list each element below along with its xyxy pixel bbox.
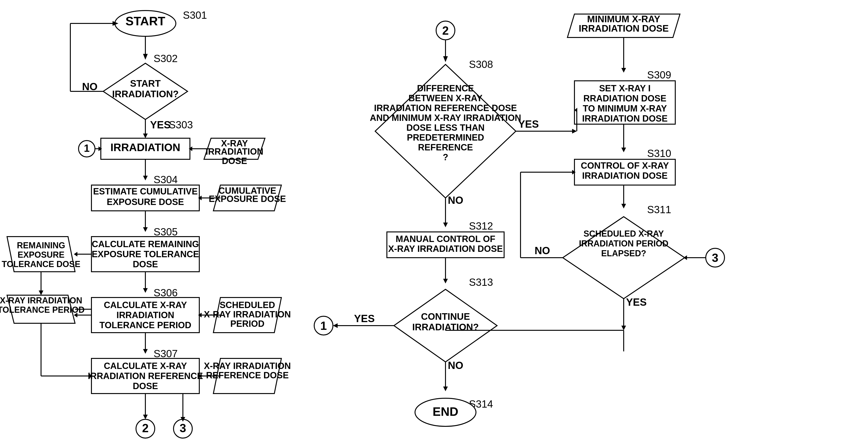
set-xray-label4: IRRADIATION DOSE (582, 113, 668, 124)
sched-elapsed-label1: SCHEDULED X-RAY (584, 229, 664, 238)
control-xray-label1: CONTROL OF X-RAY (581, 161, 669, 171)
diff-label8: ? (443, 152, 448, 162)
yes-s308-label: YES (518, 118, 539, 130)
xray-dose-label3: DOSE (222, 156, 247, 166)
s305-label: S305 (154, 226, 178, 238)
irradiation-label: IRRADIATION (111, 141, 180, 154)
circle3-right-label: 3 (712, 251, 718, 265)
no-s302-label: NO (82, 81, 97, 92)
circle3-bottom-label: 3 (180, 422, 186, 435)
s312-label: S312 (469, 220, 493, 232)
start-label: START (125, 14, 165, 28)
remaining-tol-label1: REMAINING (17, 241, 65, 250)
set-xray-label3: TO MINIMUM X-RAY (583, 104, 667, 113)
diff-label4: AND MINIMUM X-RAY IRRADIATION (370, 113, 521, 123)
s313-label: S313 (469, 276, 493, 288)
set-xray-label1: SET X-RAY I (599, 83, 651, 93)
cumul-dose-label2: EXPOSURE DOSE (209, 194, 286, 204)
circle2-top-label: 2 (442, 24, 449, 37)
circle1-middle-label: 1 (320, 319, 327, 332)
diff-label5: DOSE LESS THAN (406, 123, 485, 133)
sched-xray-period-label2: X-RAY IRRADIATION (204, 309, 291, 319)
circle2-bottom-label: 2 (142, 422, 149, 435)
diff-label3: IRRADIATION REFERENCE DOSE (374, 103, 517, 113)
diff-label1: DIFFERENCE (417, 83, 474, 93)
xray-ref-dose-label1: X-RAY IRRADIATION (204, 361, 291, 371)
min-xray-dose-label1: MINIMUM X-RAY (587, 14, 660, 24)
s307-label: S307 (154, 348, 178, 359)
remaining-tol-label2: EXPOSURE (18, 250, 64, 260)
no-s313-label: NO (448, 360, 463, 371)
calc-xray-ref-label1: CALCULATE X-RAY (104, 361, 187, 371)
xray-tol-period-label2: TOLERANCE PERIOD (0, 305, 85, 315)
yes-s302-label: YES (150, 119, 171, 131)
s302-label: S302 (154, 53, 178, 64)
yes-s311-label: YES (626, 296, 647, 308)
start-irradiation-label2: IRRADIATION? (112, 89, 179, 99)
remaining-tol-label3: TOLERANCE DOSE (2, 259, 80, 269)
xray-ref-dose-label2: REFERENCE DOSE (206, 370, 289, 380)
continue-irr-label1: CONTINUE (421, 311, 470, 322)
calc-xray-ref-label2: IRRADIATION REFERENCE (88, 371, 203, 381)
yes-s313-label: YES (354, 313, 375, 324)
calc-xray-tol-label3: TOLERANCE PERIOD (99, 320, 191, 330)
calc-remaining-label2: EXPOSURE TOLERANCE (92, 249, 199, 259)
control-xray-label2: IRRADIATION DOSE (582, 171, 668, 180)
calc-remaining-label1: CALCULATE REMAINING (92, 239, 199, 249)
manual-control-label1: MANUAL CONTROL OF (396, 234, 495, 244)
s306-label: S306 (154, 287, 178, 298)
calc-xray-ref-label3: DOSE (133, 381, 158, 391)
diff-label7: REFERENCE (418, 142, 473, 152)
calc-xray-tol-label2: IRRADIATION (117, 310, 174, 320)
diff-label6: PREDETERMINED (407, 133, 484, 142)
estimate-cumul-label1: ESTIMATE CUMULATIVE (93, 187, 198, 196)
set-xray-label2: RRADIATION DOSE (583, 94, 666, 103)
xray-tol-period-label1: X-RAY IRRADIATION (0, 296, 82, 305)
s303-label: S303 (169, 119, 193, 131)
s308-label: S308 (469, 59, 493, 70)
s301-label: S301 (183, 9, 207, 21)
manual-control-label2: X-RAY IRRADIATION DOSE (388, 244, 503, 254)
calc-remaining-label3: DOSE (133, 259, 158, 269)
calc-xray-tol-label1: CALCULATE X-RAY (104, 300, 187, 310)
xray-dose-label2: IRRADIATION (206, 147, 263, 157)
start-irradiation-label1: START (130, 78, 161, 89)
min-xray-dose-label2: IRRADIATION DOSE (579, 23, 669, 34)
estimate-cumul-label2: EXPOSURE DOSE (107, 197, 184, 207)
s310-label: S310 (647, 147, 671, 159)
s311-label: S311 (647, 204, 671, 215)
sched-elapsed-label2: IRRADIATION PERIOD (579, 239, 668, 248)
sched-xray-period-label3: PERIOD (230, 319, 265, 329)
end-label: END (433, 405, 458, 418)
diff-label2: BETWEEN X-RAY (408, 93, 482, 103)
no-s311-label: NO (535, 245, 550, 256)
no-s308-label: NO (448, 195, 463, 206)
s304-label: S304 (154, 174, 178, 185)
sched-elapsed-label3: ELAPSED? (601, 248, 646, 258)
s309-label: S309 (647, 69, 671, 80)
sched-xray-period-label1: SCHEDULED (220, 300, 275, 310)
flowchart-svg: START S301 S302 START IRRADIATION? NO YE… (0, 0, 868, 439)
circle1-label: 1 (84, 142, 90, 154)
